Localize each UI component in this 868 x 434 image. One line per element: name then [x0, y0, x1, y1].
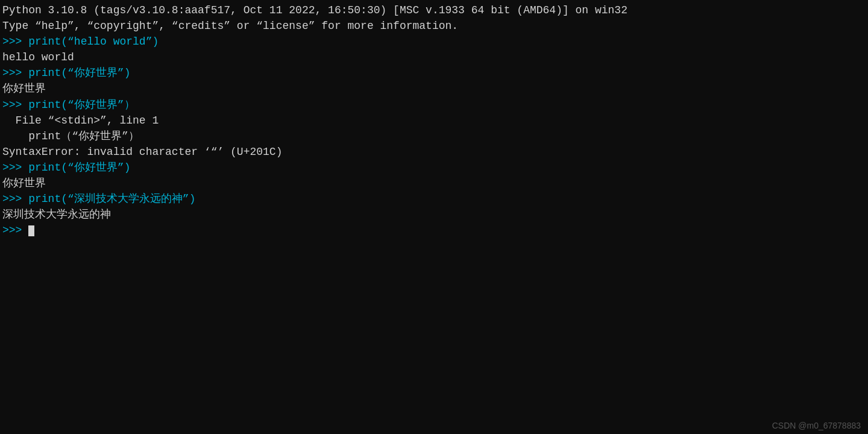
- cmd6: >>>: [0, 222, 868, 238]
- cmd2: >>> print(“你好世界”): [0, 65, 868, 81]
- terminal-cursor: [28, 225, 34, 236]
- out1: hello world: [0, 49, 868, 65]
- help-line: Type “help”, “copyright”, “credits” or “…: [0, 18, 868, 34]
- version-line: Python 3.10.8 (tags/v3.10.8:aaaf517, Oct…: [0, 2, 868, 18]
- err3: SyntaxError: invalid character ‘“’ (U+20…: [0, 144, 868, 160]
- cmd1: >>> print(“hello world”): [0, 34, 868, 49]
- out4: 深圳技术大学永远的神: [0, 207, 868, 222]
- cmd3: >>> print(“你好世界”）: [0, 97, 868, 113]
- out3: 你好世界: [0, 175, 868, 191]
- watermark: CSDN @m0_67878883: [772, 421, 861, 430]
- cmd5: >>> print(“深圳技术大学永远的神”): [0, 191, 868, 207]
- out2: 你好世界: [0, 81, 868, 96]
- err1: File “<stdin>”, line 1: [0, 113, 868, 128]
- terminal-window[interactable]: Python 3.10.8 (tags/v3.10.8:aaaf517, Oct…: [0, 0, 868, 434]
- cmd4: >>> print(“你好世界”): [0, 160, 868, 175]
- err2: print（“你好世界”）: [0, 128, 868, 144]
